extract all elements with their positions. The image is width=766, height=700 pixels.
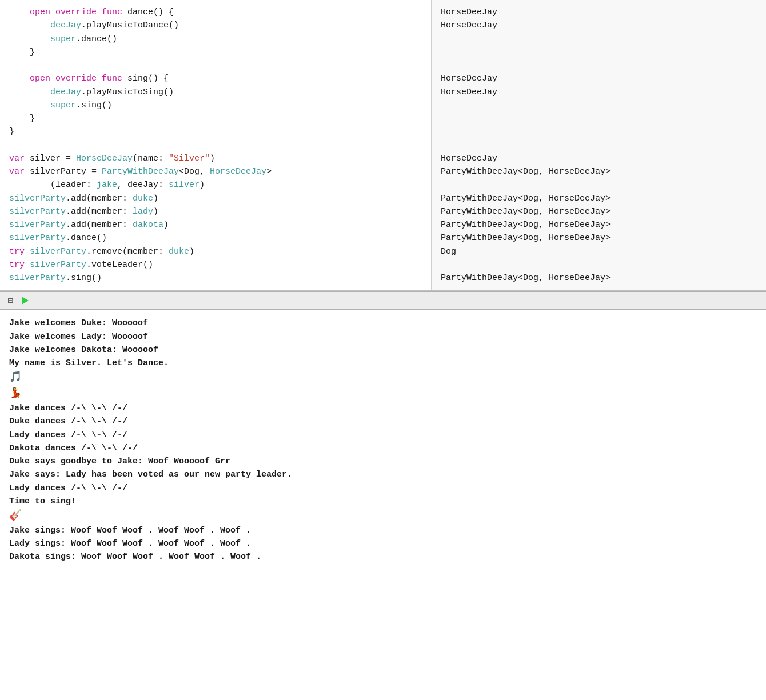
console-line: Duke says goodbye to Jake: Woof Wooooof …: [9, 455, 757, 468]
type-annotation: HorseDeeJay: [441, 72, 757, 85]
type-annotation: [441, 46, 757, 59]
code-line: silverParty.add(member: dakota): [9, 218, 422, 231]
code-line: [9, 139, 422, 152]
console-line: Jake welcomes Dakota: Wooooof: [9, 343, 757, 357]
type-annotation: HorseDeeJay: [441, 19, 757, 32]
console-line: Time to sing!: [9, 495, 757, 508]
console-toolbar: ⊟: [0, 291, 766, 310]
type-annotation: [441, 99, 757, 112]
code-line: var silverParty = PartyWithDeeJay<Dog, H…: [9, 165, 422, 178]
play-button[interactable]: [21, 296, 30, 305]
console-line: Jake sings: Woof Woof Woof . Woof Woof .…: [9, 524, 757, 537]
code-line: silverParty.sing(): [9, 271, 422, 285]
code-line: silverParty.add(member: duke): [9, 192, 422, 205]
code-line: (leader: jake, deeJay: silver): [9, 178, 422, 191]
type-annotation: PartyWithDeeJay<Dog, HorseDeeJay>: [441, 231, 757, 245]
code-line: silverParty.add(member: lady): [9, 205, 422, 218]
code-line: open override func dance() {: [9, 6, 422, 19]
type-annotation: [441, 178, 757, 191]
code-line: silverParty.dance(): [9, 231, 422, 245]
type-annotation: [441, 125, 757, 138]
type-panel: HorseDeeJayHorseDeeJay HorseDeeJayHorseD…: [432, 0, 766, 290]
code-line: var silver = HorseDeeJay(name: "Silver"): [9, 152, 422, 165]
type-annotation: PartyWithDeeJay<Dog, HorseDeeJay>: [441, 218, 757, 231]
console-line: Dakota dances /-\ \-\ /-/: [9, 442, 757, 455]
code-panel: open override func dance() { deeJay.play…: [0, 0, 432, 290]
code-section: open override func dance() { deeJay.play…: [0, 0, 766, 291]
type-annotation: PartyWithDeeJay<Dog, HorseDeeJay>: [441, 165, 757, 178]
code-line: deeJay.playMusicToSing(): [9, 86, 422, 99]
console-line: 💃: [9, 386, 757, 402]
console-line: Jake welcomes Duke: Wooooof: [9, 317, 757, 330]
console-line: Duke dances /-\ \-\ /-/: [9, 415, 757, 428]
console-line: Jake says: Lady has been voted as our ne…: [9, 468, 757, 481]
console-line: My name is Silver. Let's Dance.: [9, 357, 757, 370]
main-container: open override func dance() { deeJay.play…: [0, 0, 766, 700]
code-line: try silverParty.voteLeader(): [9, 258, 422, 271]
type-annotation: [441, 112, 757, 125]
type-annotation: PartyWithDeeJay<Dog, HorseDeeJay>: [441, 192, 757, 205]
type-annotation: [441, 139, 757, 152]
console-line: Dakota sings: Woof Woof Woof . Woof Woof…: [9, 550, 757, 563]
console-section: Jake welcomes Duke: WooooofJake welcomes…: [0, 310, 766, 700]
type-annotation: HorseDeeJay: [441, 86, 757, 99]
type-annotation: PartyWithDeeJay<Dog, HorseDeeJay>: [441, 205, 757, 218]
code-line: }: [9, 125, 422, 138]
console-line: Lady sings: Woof Woof Woof . Woof Woof .…: [9, 537, 757, 550]
console-line: 🎵: [9, 370, 757, 386]
code-line: deeJay.playMusicToDance(): [9, 19, 422, 32]
code-line: super.dance(): [9, 33, 422, 46]
console-line: 🎸: [9, 508, 757, 524]
console-line: Lady dances /-\ \-\ /-/: [9, 482, 757, 495]
code-line: [9, 59, 422, 72]
console-icon[interactable]: ⊟: [6, 296, 15, 305]
console-line: Jake welcomes Lady: Wooooof: [9, 330, 757, 343]
console-line: Lady dances /-\ \-\ /-/: [9, 429, 757, 442]
type-annotation: [441, 59, 757, 72]
code-line: try silverParty.remove(member: duke): [9, 245, 422, 258]
code-line: }: [9, 112, 422, 125]
console-line: Jake dances /-\ \-\ /-/: [9, 402, 757, 415]
type-annotation: [441, 33, 757, 46]
type-annotation: [441, 258, 757, 271]
code-line: super.sing(): [9, 99, 422, 112]
type-annotation: PartyWithDeeJay<Dog, HorseDeeJay>: [441, 271, 757, 285]
type-annotation: HorseDeeJay: [441, 6, 757, 19]
code-line: }: [9, 46, 422, 59]
code-line: open override func sing() {: [9, 72, 422, 85]
type-annotation: Dog: [441, 245, 757, 258]
type-annotation: HorseDeeJay: [441, 152, 757, 165]
